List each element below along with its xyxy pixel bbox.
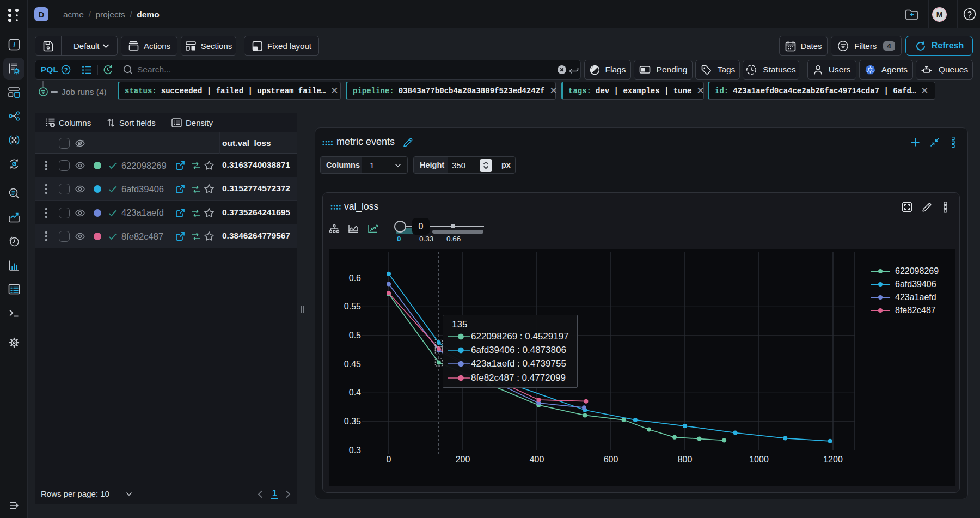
svg-text:0.45: 0.45 (344, 359, 361, 369)
svg-text:400: 400 (530, 455, 544, 464)
svg-text:600: 600 (604, 455, 618, 464)
svg-text:1000: 1000 (749, 455, 769, 464)
svg-text:0: 0 (387, 455, 391, 464)
svg-text:0.3: 0.3 (349, 446, 361, 455)
svg-text:0.35: 0.35 (344, 417, 361, 426)
svg-text:0.6: 0.6 (349, 273, 361, 283)
svg-text:200: 200 (456, 455, 470, 464)
svg-text:0.4: 0.4 (349, 388, 361, 397)
svg-text:800: 800 (678, 455, 693, 464)
svg-text:0.5: 0.5 (349, 331, 361, 340)
svg-text:1200: 1200 (823, 455, 843, 464)
svg-text:i: i (13, 41, 15, 49)
svg-text:0.55: 0.55 (344, 302, 361, 311)
